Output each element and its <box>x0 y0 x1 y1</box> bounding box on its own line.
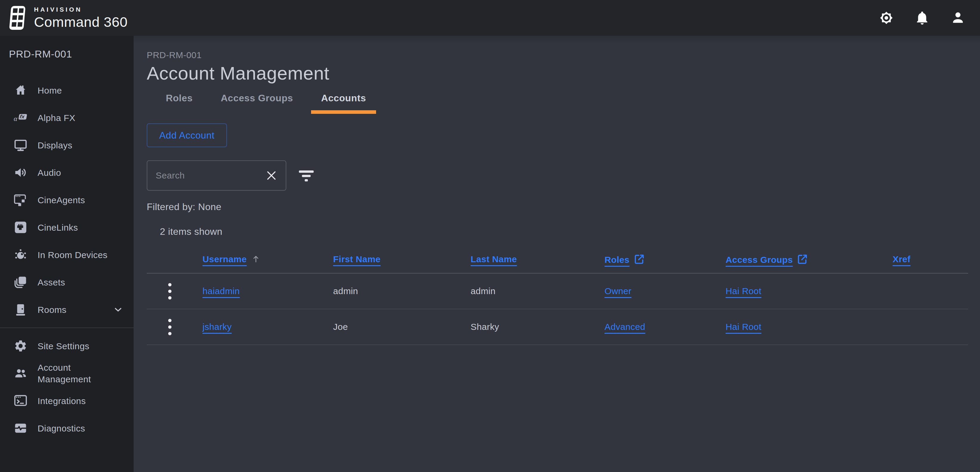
sidebar-item-label: CineAgents <box>38 194 85 206</box>
tab-roles[interactable]: Roles <box>156 93 203 114</box>
tab-bar: Roles Access Groups Accounts <box>156 93 968 114</box>
audio-icon <box>11 166 30 179</box>
column-header-xref: Xref <box>892 254 968 264</box>
sidebar-item-label: Assets <box>38 277 65 288</box>
brand-logo: HAIVISION Command 360 <box>9 5 128 31</box>
breadcrumb: PRD-RM-001 <box>147 50 968 60</box>
integrations-icon <box>11 394 30 408</box>
sidebar-item-label: Integrations <box>38 395 86 407</box>
sidebar-item-label: In Room Devices <box>38 249 107 261</box>
home-icon <box>11 84 30 97</box>
roles-cell: Owner <box>605 286 725 296</box>
sidebar-item-label: Home <box>38 85 62 96</box>
sidebar-item-label: Alpha FX <box>38 112 75 124</box>
settings-button[interactable] <box>878 10 895 26</box>
username-cell: haiadmin <box>202 286 333 296</box>
external-link-icon <box>797 253 808 265</box>
sort-asc-icon <box>251 255 260 263</box>
sidebar-item-cinelinks[interactable]: CineLinks <box>0 214 134 241</box>
sidebar-item-site-settings[interactable]: Site Settings <box>0 332 134 360</box>
column-header-first-name: First Name <box>333 254 471 264</box>
alpha-fx-icon: α fx <box>11 111 30 125</box>
sidebar-item-integrations[interactable]: Integrations <box>0 387 134 415</box>
sidebar-item-displays[interactable]: Displays <box>0 131 134 159</box>
notifications-button[interactable] <box>914 10 931 26</box>
sidebar-item-label: Rooms <box>38 304 67 315</box>
access-group-link[interactable]: Hai Root <box>725 322 761 332</box>
column-header-last-name: Last Name <box>471 254 605 264</box>
tab-access-groups[interactable]: Access Groups <box>210 93 303 114</box>
username-link[interactable]: jsharky <box>202 322 232 332</box>
cineagents-icon <box>11 193 30 207</box>
settings-icon <box>878 10 894 25</box>
role-link[interactable]: Owner <box>605 286 632 296</box>
first-name-cell: Joe <box>333 322 471 332</box>
main-content: PRD-RM-001 Account Management Roles Acce… <box>134 36 980 472</box>
sidebar-item-alpha-fx[interactable]: α fx Alpha FX <box>0 104 134 131</box>
app-window: HAIVISION Command 360 <box>0 0 980 472</box>
sidebar-divider <box>0 328 134 328</box>
displays-icon <box>11 138 30 152</box>
in-room-devices-icon <box>11 248 30 261</box>
sidebar-item-audio[interactable]: Audio <box>0 159 134 186</box>
clear-icon <box>265 169 278 182</box>
notifications-icon <box>915 10 930 25</box>
search-box <box>147 160 286 191</box>
sidebar-item-label: Account Management <box>38 362 102 385</box>
sort-link-username[interactable]: Username <box>202 254 247 264</box>
column-header-roles: Roles <box>605 253 725 265</box>
table-row: haiadmin admin admin Owner Hai Root <box>147 274 968 309</box>
tab-accounts[interactable]: Accounts <box>311 93 376 114</box>
search-row <box>147 160 968 191</box>
table-row: jsharky Joe Sharky Advanced Hai Root <box>147 309 968 345</box>
access-groups-header-link[interactable]: Access Groups <box>725 255 793 265</box>
brand-name: HAIVISION <box>34 6 128 13</box>
rooms-icon <box>11 303 30 317</box>
filter-button[interactable] <box>296 165 317 186</box>
filtered-by-text: Filtered by: None <box>147 201 968 212</box>
sidebar-item-in-room-devices[interactable]: In Room Devices <box>0 241 134 268</box>
access-group-link[interactable]: Hai Root <box>725 286 761 296</box>
filter-icon <box>296 165 317 186</box>
access-groups-cell: Hai Root <box>725 322 892 332</box>
row-menu-button[interactable] <box>164 316 176 338</box>
sidebar-item-account-management[interactable]: Account Management <box>0 360 134 387</box>
first-name-cell: admin <box>333 286 471 296</box>
chevron-down-icon <box>113 304 124 315</box>
last-name-cell: admin <box>471 286 605 296</box>
row-menu-button[interactable] <box>164 280 176 302</box>
sort-link-last-name[interactable]: Last Name <box>471 254 517 264</box>
account-management-icon <box>11 366 30 380</box>
topbar-actions <box>878 10 966 26</box>
cinelinks-icon <box>11 220 30 234</box>
sidebar-item-assets[interactable]: Assets <box>0 268 134 296</box>
assets-icon <box>11 275 30 289</box>
product-name: Command 360 <box>34 14 128 30</box>
site-settings-icon <box>11 339 30 353</box>
username-link[interactable]: haiadmin <box>202 286 240 296</box>
table-header-row: Username First Name Last Name Roles Acce… <box>147 246 968 274</box>
kebab-menu-icon <box>168 319 172 322</box>
clear-search-button[interactable] <box>262 161 281 190</box>
sidebar-item-rooms[interactable]: Rooms <box>0 296 134 323</box>
items-shown-text: 2 items shown <box>147 226 968 237</box>
sort-link-xref[interactable]: Xref <box>892 254 910 264</box>
top-bar: HAIVISION Command 360 <box>0 0 980 36</box>
add-account-button[interactable]: Add Account <box>147 124 227 147</box>
sort-link-first-name[interactable]: First Name <box>333 254 380 264</box>
role-link[interactable]: Advanced <box>605 322 645 332</box>
username-cell: jsharky <box>202 322 333 332</box>
sidebar-item-diagnostics[interactable]: Diagnostics <box>0 415 134 442</box>
user-menu-button[interactable] <box>950 10 966 26</box>
kebab-menu-icon <box>168 283 172 287</box>
column-header-username: Username <box>202 254 333 264</box>
sidebar-nav: Home α fx Alpha FX <box>0 77 134 442</box>
roles-header-link[interactable]: Roles <box>605 255 630 265</box>
sidebar-item-label: CineLinks <box>38 222 78 233</box>
site-label: PRD-RM-001 <box>9 48 134 60</box>
user-icon <box>950 10 966 25</box>
roles-cell: Advanced <box>605 322 725 332</box>
sidebar-item-home[interactable]: Home <box>0 77 134 104</box>
sidebar-item-cineagents[interactable]: CineAgents <box>0 186 134 214</box>
sidebar-item-label: Site Settings <box>38 340 89 352</box>
